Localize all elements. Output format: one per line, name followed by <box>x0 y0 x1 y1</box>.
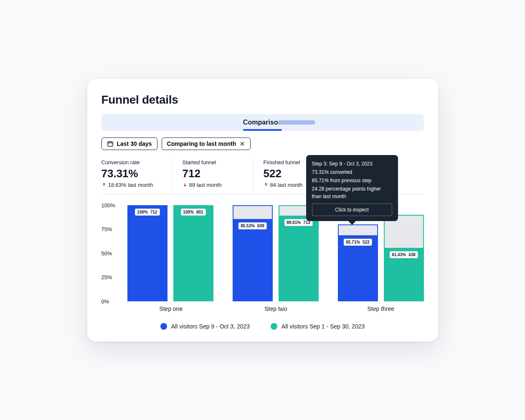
bar-fill: 85.53% 609 <box>233 219 273 301</box>
bar-n: 609 <box>257 224 264 228</box>
bar-n: 522 <box>363 240 370 244</box>
bar-pct: 100% <box>137 210 148 214</box>
bar-step1-series-a[interactable]: 100% 712 <box>127 205 167 301</box>
kpi-conversion-label: Conversion rate <box>101 159 162 165</box>
tooltip-line-3: 85.71% from previous step <box>312 177 392 184</box>
ytick-75: 75% <box>101 226 112 232</box>
svg-rect-0 <box>108 142 113 146</box>
chart-tooltip: Step 3: Sep 9 - Oct 3, 2023 73.31% conve… <box>306 155 398 221</box>
kpi-conversion: Conversion rate 73.31% 18.63% last month <box>101 158 172 194</box>
legend-label-b: All visitors Sep 1 - Sep 30, 2023 <box>282 323 365 330</box>
kpi-started: Started funnel 712 89 last month <box>183 158 254 194</box>
kpi-started-delta: 89 last month <box>183 182 243 188</box>
kpi-finished-delta-text: 84 last month <box>270 182 303 188</box>
group-step-two: 85.53% 609 89.01% 713 <box>233 205 319 301</box>
xlabel-step-three: Step three <box>338 305 424 312</box>
bar-n: 712 <box>150 210 157 214</box>
bar-label: 85.71% 522 <box>343 239 372 246</box>
arrow-up-icon <box>101 182 107 187</box>
kpi-started-value: 712 <box>183 167 243 180</box>
kpi-started-delta-text: 89 last month <box>189 182 222 188</box>
tab-underline <box>243 129 282 131</box>
bar-label: 85.53% 609 <box>238 222 267 229</box>
bar-pct: 85.53% <box>241 224 255 228</box>
bar-step1-series-b[interactable]: 100% 801 <box>173 205 213 301</box>
bar-pct: 85.71% <box>346 240 360 244</box>
ytick-0: 0% <box>101 298 109 304</box>
x-axis: Step one Step two Step three <box>128 305 424 312</box>
compare-label: Comparing to last month <box>167 140 236 147</box>
date-range-label: Last 30 days <box>117 140 152 147</box>
bar-label: 100% 801 <box>180 209 205 216</box>
legend-series-a[interactable]: All visitors Sep 9 - Oct 3, 2023 <box>160 323 250 330</box>
bar-n: 438 <box>408 252 416 257</box>
tooltip-arrow-icon <box>348 221 356 225</box>
tooltip-line-1: Step 3: Sep 9 - Oct 3, 2023 <box>312 160 392 168</box>
bar-fill: 61.43% 438 <box>384 248 424 301</box>
kpi-conversion-delta: 18.63% last month <box>101 182 162 188</box>
kpi-conversion-delta-text: 18.63% last month <box>108 182 153 188</box>
bar-fill: 85.71% 522 <box>338 235 378 301</box>
bar-n: 801 <box>196 210 203 214</box>
tooltip-inspect-button[interactable]: Click to inspect <box>312 204 392 216</box>
xlabel-step-two: Step two <box>233 305 319 312</box>
bar-label: 100% 712 <box>134 209 160 216</box>
tooltip-line-2: 73.31% converted <box>312 168 392 176</box>
arrow-up-icon <box>264 182 269 187</box>
compare-chip[interactable]: Comparing to last month <box>162 137 251 150</box>
kpis: Conversion rate 73.31% 18.63% last month… <box>101 158 424 194</box>
bar-fill: 89.01% 713 <box>279 216 319 301</box>
close-icon[interactable] <box>239 141 245 147</box>
ytick-50: 50% <box>101 250 112 256</box>
tab-placeholder[interactable] <box>278 120 315 125</box>
bar-pct: 100% <box>183 210 194 214</box>
tabbar: Comparison <box>101 114 424 131</box>
page-title: Funnel details <box>101 93 424 107</box>
legend: All visitors Sep 9 - Oct 3, 2023 All vis… <box>101 323 424 330</box>
bar-step2-series-a[interactable]: 85.53% 609 <box>233 205 273 301</box>
tooltip-line-4: 24.28 percentage points higher than last… <box>312 185 392 200</box>
swatch-icon <box>160 323 167 330</box>
tab-comparison-label: Comparison <box>243 119 282 126</box>
bar-pct: 89.01% <box>287 220 301 225</box>
bar-pct: 61.43% <box>392 252 406 257</box>
group-step-one: 100% 712 100% 801 <box>127 205 213 301</box>
bar-fill <box>127 205 167 301</box>
arrow-down-icon <box>183 182 188 187</box>
ytick-100: 100% <box>101 202 115 208</box>
legend-series-b[interactable]: All visitors Sep 1 - Sep 30, 2023 <box>271 323 365 330</box>
xlabel-step-one: Step one <box>128 305 214 312</box>
funnel-card: Funnel details Comparison Last 30 days C… <box>87 79 438 341</box>
y-axis: 100% 75% 50% 25% 0% <box>101 205 123 301</box>
bar-fill <box>173 205 213 301</box>
bar-label: 61.43% 438 <box>389 251 418 258</box>
swatch-icon <box>271 323 277 330</box>
ytick-25: 25% <box>101 274 112 280</box>
kpi-started-label: Started funnel <box>183 159 243 165</box>
calendar-icon <box>107 140 114 147</box>
date-range-chip[interactable]: Last 30 days <box>101 137 157 150</box>
legend-label-a: All visitors Sep 9 - Oct 3, 2023 <box>171 323 250 330</box>
filters: Last 30 days Comparing to last month <box>101 137 424 150</box>
kpi-conversion-value: 73.31% <box>101 167 162 180</box>
